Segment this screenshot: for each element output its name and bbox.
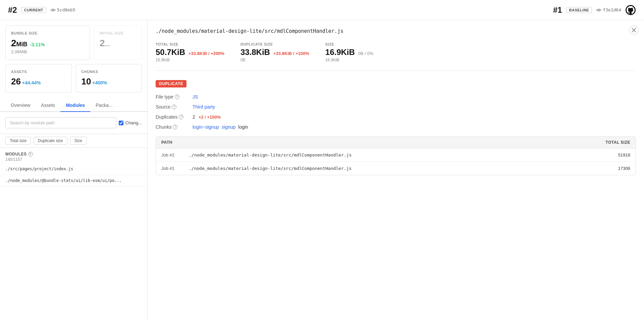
stats-section: BUNDLE SIZE 2MiB -3.11% 2.06MiB INITIAL …: [0, 20, 147, 98]
chunks-label: Chunks: [156, 124, 171, 130]
path-job-1: Job #1: [161, 166, 185, 171]
modules-header: MODULES ? 145/1157: [0, 148, 147, 163]
assets-change: +44.44%: [22, 80, 41, 85]
chunks-label: CHUNKS: [82, 70, 137, 74]
detail-duplicate-size-value: 33.8KiB: [240, 48, 270, 57]
detail-total-size-sub: 16.9KiB: [156, 58, 224, 62]
nav-tabs: Overview Assets Modules Packa...: [0, 99, 147, 112]
bundle-size-value-row: 2MiB -3.11%: [11, 38, 84, 49]
detail-total-size: TOTAL SIZE 50.7KiB +33.8KiB / +200% 16.9…: [156, 42, 224, 62]
detail-total-size-label: TOTAL SIZE: [156, 42, 224, 46]
chunks-change: +400%: [92, 80, 107, 85]
assets-card: ASSETS 26 +44.44%: [5, 64, 72, 92]
detail-duplicate-size-row: 33.8KiB +33.8KiB / +100%: [240, 48, 309, 57]
detail-duplicate-size-change: +33.8KiB / +100%: [273, 51, 309, 56]
path-file-0: ./node_modules/material-design-lite/src/…: [185, 152, 618, 157]
current-commit: 5cd0eb5: [50, 7, 75, 12]
current-badge: CURRENT: [21, 7, 46, 13]
tab-modules[interactable]: Modules: [60, 99, 90, 112]
initial-size-value: 2...: [100, 38, 136, 49]
assets-value: 26: [11, 76, 21, 86]
chunk-link-1[interactable]: signup: [222, 124, 235, 130]
close-icon: [632, 28, 636, 33]
chunk-plain-0: login: [238, 124, 248, 130]
chunks-value-row: 10 +400%: [82, 76, 137, 87]
file-type-label: File type: [156, 94, 173, 100]
detail-size-change: 0B / 0%: [358, 51, 374, 56]
table-row: Job #1 ./node_modules/material-design-li…: [156, 162, 636, 175]
duplicates-value: 2 +2 / +100%: [193, 114, 221, 120]
path-table-header-path: PATH: [161, 140, 172, 145]
chunks-card: CHUNKS 10 +400%: [76, 64, 142, 92]
assets-label: ASSETS: [11, 70, 66, 74]
file-type-help-icon[interactable]: ?: [175, 94, 179, 99]
duplicates-change: +2 / +100%: [199, 115, 221, 120]
change-filter-label[interactable]: Chang...: [119, 120, 142, 125]
file-type-row: File type ? JS: [156, 94, 636, 100]
source-help-icon[interactable]: ?: [172, 105, 176, 109]
chunk-link-0[interactable]: login~signup: [193, 124, 219, 130]
modules-count: 145/1157: [5, 157, 142, 162]
tab-assets[interactable]: Assets: [36, 99, 60, 112]
duplicate-badge: DUPLICATE: [156, 80, 186, 87]
detail-panel: ./node_modules/material-design-lite/src/…: [148, 20, 644, 321]
sort-duplicate-size[interactable]: Duplicate size: [34, 137, 67, 145]
path-table-header: PATH TOTAL SIZE: [156, 137, 636, 148]
source-label: Source: [156, 104, 170, 110]
detail-path: ./node_modules/material-design-lite/src/…: [156, 28, 636, 34]
change-filter-checkbox[interactable]: [119, 121, 123, 125]
list-item[interactable]: ./src/pages/project/index.js: [0, 163, 147, 175]
baseline-badge: BASELINE: [566, 7, 592, 13]
tab-overview[interactable]: Overview: [5, 99, 36, 112]
detail-duplicate-size: DUPLICATE SIZE 33.8KiB +33.8KiB / +100% …: [240, 42, 309, 62]
sort-total-size[interactable]: Total size: [5, 137, 31, 145]
chunks-help-icon[interactable]: ?: [173, 125, 177, 129]
initial-size-label: INITIAL SIZE: [100, 31, 136, 35]
duplicates-help-icon[interactable]: ?: [179, 115, 183, 119]
path-table-header-size: TOTAL SIZE: [605, 140, 630, 145]
main-layout: BUNDLE SIZE 2MiB -3.11% 2.06MiB INITIAL …: [0, 20, 644, 321]
source-row: Source ? Third party: [156, 104, 636, 110]
tab-packages[interactable]: Packa...: [90, 99, 118, 112]
table-row: Job #2 ./node_modules/material-design-li…: [156, 148, 636, 162]
app-header: #2 CURRENT 5cd0eb5 #1 BASELINE f3e1d64: [0, 0, 644, 20]
bundle-size-label: BUNDLE SIZE: [11, 31, 84, 35]
path-size-1: 17306: [618, 166, 630, 171]
header-left: #2 CURRENT 5cd0eb5: [8, 5, 75, 15]
list-item[interactable]: ./node_modules/@bundle-stats/ui/lib-esm/…: [0, 175, 147, 187]
duplicates-row: Duplicates ? 2 +2 / +100%: [156, 114, 636, 120]
current-build-number: #2: [8, 5, 17, 15]
sort-buttons: Total size Duplicate size Size: [0, 134, 147, 148]
bundle-size-value: 2MiB: [11, 38, 30, 48]
detail-total-size-value: 50.7KiB: [156, 48, 185, 57]
assets-value-row: 26 +44.44%: [11, 76, 66, 87]
close-button[interactable]: [629, 25, 639, 35]
chunks-value: 10: [82, 76, 91, 86]
baseline-build-number: #1: [553, 5, 562, 15]
detail-total-size-change: +33.8KiB / +200%: [189, 51, 224, 56]
modules-title: MODULES ?: [5, 152, 142, 156]
bundle-size-card: BUNDLE SIZE 2MiB -3.11% 2.06MiB: [5, 25, 90, 60]
detail-size: SIZE 16.9KiB 0B / 0% 16.9KiB: [325, 42, 373, 62]
sort-size[interactable]: Size: [70, 137, 87, 145]
detail-total-size-row: 50.7KiB +33.8KiB / +200%: [156, 48, 224, 57]
left-panel: BUNDLE SIZE 2MiB -3.11% 2.06MiB INITIAL …: [0, 20, 148, 321]
bundle-size-subtitle: 2.06MiB: [11, 49, 84, 54]
header-right: #1 BASELINE f3e1d64: [553, 5, 636, 15]
detail-stats: TOTAL SIZE 50.7KiB +33.8KiB / +200% 16.9…: [156, 42, 636, 71]
detail-size-value: 16.9KiB: [325, 48, 355, 57]
path-size-0: 51918: [618, 152, 630, 157]
baseline-commit: f3e1d64: [596, 7, 621, 12]
detail-size-row: 16.9KiB 0B / 0%: [325, 48, 373, 57]
search-input[interactable]: [5, 117, 116, 128]
detail-size-label: SIZE: [325, 42, 373, 46]
initial-size-card: INITIAL SIZE 2...: [94, 25, 142, 60]
github-icon[interactable]: [625, 5, 636, 15]
detail-duplicate-size-sub: 0B: [240, 58, 309, 62]
change-filter-text: Chang...: [125, 120, 142, 125]
modules-help-icon[interactable]: ?: [28, 152, 33, 156]
stats-row-bottom: ASSETS 26 +44.44% CHUNKS 10 +400%: [5, 64, 142, 92]
chunks-list: login~signup signup login: [193, 124, 248, 130]
duplicates-label: Duplicates: [156, 114, 177, 120]
bundle-size-change: -3.11%: [30, 42, 45, 47]
